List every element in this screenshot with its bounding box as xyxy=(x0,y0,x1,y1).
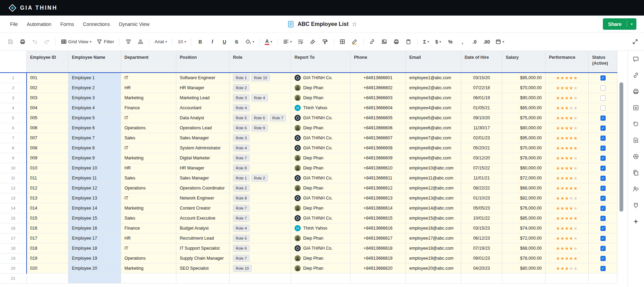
cell-salary[interactable]: $80,000.00 xyxy=(502,123,545,133)
text-wrap-button[interactable] xyxy=(295,36,306,47)
cell-phone[interactable]: +84913666608 xyxy=(351,143,406,153)
cell-employee-id[interactable]: 015 xyxy=(27,213,68,223)
cell-position[interactable]: Budget Analyst xyxy=(176,223,230,233)
cell-email[interactable]: employee9@abc.com xyxy=(406,153,461,163)
menu-automation[interactable]: Automation xyxy=(22,21,56,27)
cell-performance[interactable]: ★★★★★ xyxy=(545,93,589,103)
cell-department[interactable]: Operations xyxy=(121,253,176,263)
cell-employee-name[interactable]: Employee 19 xyxy=(68,253,121,263)
cell-status[interactable]: ✓ xyxy=(589,173,617,183)
cell-email[interactable]: employee3@abc.com xyxy=(406,93,461,103)
cell-salary[interactable]: $90,000.00 xyxy=(502,93,545,103)
decrease-decimal-button[interactable]: .0 xyxy=(469,36,480,47)
cell-position[interactable]: Operations Lead xyxy=(176,123,230,133)
status-checkbox[interactable]: ✓ xyxy=(600,115,606,121)
cell-phone[interactable]: +84913666616 xyxy=(351,223,406,233)
cell-role[interactable]: Role 7 xyxy=(230,153,291,163)
cell-role[interactable]: Role 6 xyxy=(230,243,291,253)
cell-position[interactable]: Data Analyst xyxy=(176,113,230,123)
cell-role[interactable]: Role 10 xyxy=(230,263,291,274)
font-family-button[interactable]: Arial▾ xyxy=(152,36,169,47)
column-header-department[interactable]: Department xyxy=(121,51,176,72)
cell-department[interactable]: HR xyxy=(121,233,176,243)
cell-salary[interactable]: $78,000.00 xyxy=(502,153,545,163)
cell-email[interactable]: employee13@abc.com xyxy=(406,193,461,203)
horizontal-align-button[interactable]: ▾ xyxy=(281,36,294,47)
cell-employee-name[interactable]: Employee 15 xyxy=(68,213,121,223)
cell-date-of-hire[interactable]: 09/01/23 xyxy=(461,253,502,263)
cell-salary[interactable]: $95,000.00 xyxy=(502,133,545,143)
bold-button[interactable]: B xyxy=(195,36,206,47)
cell-performance[interactable]: ★★★★★ xyxy=(545,103,589,113)
cell-employee-name[interactable]: Employee 9 xyxy=(68,153,121,163)
column-header-role[interactable]: Role xyxy=(230,51,291,72)
cell-phone[interactable]: +84913666612 xyxy=(351,183,406,193)
column-header-status-active[interactable]: Status (Active) xyxy=(589,51,617,72)
cell-report-to[interactable]: TYThinh Yahoo xyxy=(291,103,351,113)
save-button[interactable] xyxy=(5,36,16,47)
menu-file[interactable]: File xyxy=(6,21,22,27)
row-height-expand-button[interactable] xyxy=(135,36,146,47)
cell-report-to[interactable]: Diep Phan xyxy=(291,123,351,133)
cell-phone[interactable]: +84913666618 xyxy=(351,243,406,253)
cell-employee-name[interactable]: Employee 17 xyxy=(68,233,121,243)
cell-status[interactable]: ✓ xyxy=(589,73,617,83)
cell-performance[interactable]: ★★★★★ xyxy=(545,133,589,143)
cell-status[interactable]: ✓ xyxy=(589,113,617,123)
cell-salary[interactable]: $82,000.00 xyxy=(502,193,545,203)
status-checkbox[interactable]: ✓ xyxy=(600,256,606,261)
duplicate-button[interactable] xyxy=(630,167,642,178)
cell-role[interactable]: Role 5Role 6Role 7 xyxy=(230,113,291,123)
cell-position[interactable]: Sales Manager xyxy=(176,173,230,183)
menu-dynamic-view[interactable]: Dynamic View xyxy=(114,21,154,27)
cell-salary[interactable]: $72,000.00 xyxy=(502,173,545,183)
cell-status[interactable]: ✓ xyxy=(589,263,617,274)
status-checkbox[interactable]: ✓ xyxy=(600,75,606,81)
row-number[interactable]: 21 xyxy=(0,274,27,284)
cell-role[interactable]: Role 4 xyxy=(230,223,291,233)
insert-image-button[interactable] xyxy=(379,36,390,47)
cell-employee-name[interactable]: Employee 11 xyxy=(68,173,121,183)
cell-salary[interactable]: $85,000.00 xyxy=(502,73,545,83)
cell-department[interactable]: HR xyxy=(121,83,176,93)
cell-role[interactable]: Role 2 xyxy=(230,183,291,193)
cell-email[interactable]: employee4@abc.com xyxy=(406,103,461,113)
cell-report-to[interactable]: Diep Phan xyxy=(291,253,351,263)
cell-employee-name[interactable]: Employee 8 xyxy=(68,143,121,153)
cell-status[interactable]: ✓ xyxy=(589,243,617,253)
thousands-separator-button[interactable]: , xyxy=(457,36,468,47)
row-number[interactable]: 10 xyxy=(0,163,27,173)
cell-position[interactable]: Operations Coordinator xyxy=(176,183,230,193)
cell-employee-name[interactable]: Employee 3 xyxy=(68,93,121,103)
row-number[interactable]: 18 xyxy=(0,243,27,253)
cell-email[interactable]: employee12@abc.com xyxy=(406,183,461,193)
cell-date-of-hire[interactable]: 07/22/18 xyxy=(461,83,502,93)
cell-department[interactable]: IT xyxy=(121,243,176,253)
cell-report-to[interactable]: GIA THINH Co. xyxy=(291,73,351,83)
row-number[interactable]: 13 xyxy=(0,193,27,203)
cell-report-to[interactable]: GIA THINH Co. xyxy=(291,133,351,143)
row-height-collapse-button[interactable] xyxy=(123,36,134,47)
cell-phone[interactable]: +84913666604 xyxy=(351,103,406,113)
status-checkbox[interactable]: ✓ xyxy=(600,176,606,181)
cell-employee-id[interactable]: 011 xyxy=(27,173,68,183)
status-checkbox[interactable]: ✓ xyxy=(600,126,606,131)
row-number[interactable]: 1 xyxy=(0,73,27,83)
menu-connections[interactable]: Connections xyxy=(78,21,114,27)
cell-date-of-hire[interactable]: 01/05/21 xyxy=(461,103,502,113)
paste-format-button[interactable] xyxy=(403,36,414,47)
cell-report-to[interactable]: Diep Phan xyxy=(291,153,351,163)
cell-role[interactable]: Role 7 xyxy=(230,213,291,223)
cell-status[interactable] xyxy=(589,83,617,93)
row-number[interactable]: 20 xyxy=(0,263,27,274)
cell-salary[interactable]: $70,000.00 xyxy=(502,83,545,93)
cell-date-of-hire[interactable]: 01/10/23 xyxy=(461,193,502,203)
row-number[interactable]: 12 xyxy=(0,183,27,193)
cell-date-of-hire[interactable]: 04/20/23 xyxy=(461,263,502,274)
cell-performance[interactable]: ★★★★★ xyxy=(545,143,589,153)
insert-link-button[interactable] xyxy=(367,36,378,47)
undo-button[interactable] xyxy=(29,36,40,47)
cell-employee-id[interactable]: 010 xyxy=(27,163,68,173)
links-button[interactable] xyxy=(630,69,642,81)
cell-date-of-hire[interactable]: 03/15/20 xyxy=(461,73,502,83)
